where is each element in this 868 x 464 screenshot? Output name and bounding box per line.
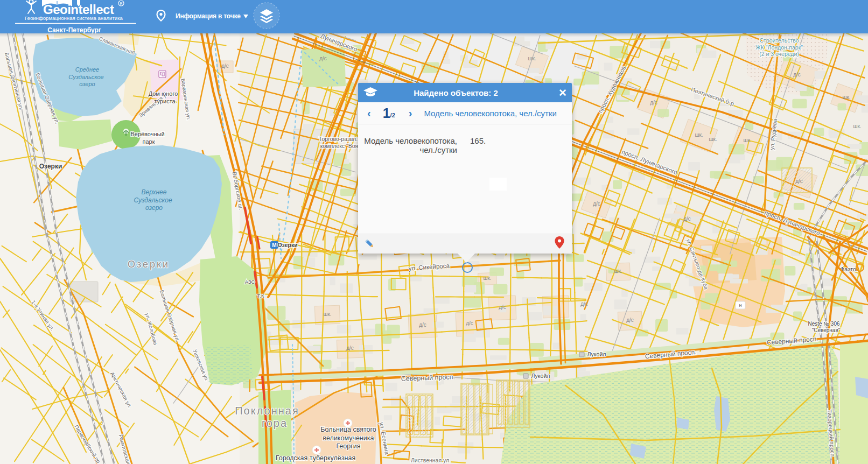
- svg-text:Озерки: Озерки: [39, 163, 62, 170]
- svg-text:Геоинформационная система анал: Геоинформационная система аналитика: [25, 15, 123, 21]
- svg-text:шк.: шк.: [709, 136, 717, 142]
- svg-text:шк.: шк.: [743, 137, 751, 143]
- svg-text:туриста: туриста: [154, 98, 176, 104]
- svg-text:шк.: шк.: [842, 94, 850, 100]
- svg-text:М: М: [272, 242, 276, 248]
- svg-text:Георгия: Георгия: [336, 442, 360, 450]
- svg-text:Озерки: Озерки: [128, 259, 170, 270]
- svg-text:озеро: озеро: [79, 81, 95, 87]
- svg-text:Поклонная: Поклонная: [235, 405, 299, 417]
- svg-text:великомученика: великомученика: [323, 434, 374, 442]
- svg-text:шк.: шк.: [853, 123, 861, 129]
- svg-text:Верхнее: Верхнее: [142, 188, 167, 196]
- svg-text:н: н: [739, 303, 742, 308]
- svg-text:д/с: д/с: [593, 201, 600, 207]
- svg-text:Суздальское: Суздальское: [68, 74, 103, 80]
- svg-text:Санкт-Петербург: Санкт-Петербург: [47, 26, 101, 34]
- svg-text:Neste № 306: Neste № 306: [808, 321, 840, 327]
- svg-text:Верёвочный: Верёвочный: [130, 131, 164, 137]
- svg-text:д/с: д/с: [419, 322, 426, 328]
- svg-text:д/с: д/с: [793, 72, 801, 78]
- svg-text:д/с: д/с: [683, 216, 691, 222]
- svg-text:д/с: д/с: [319, 55, 327, 61]
- svg-text:д/с: д/с: [221, 63, 229, 69]
- svg-text:д/с: д/с: [466, 320, 473, 326]
- svg-text:д/с: д/с: [795, 178, 803, 184]
- svg-text:д/с: д/с: [499, 304, 506, 310]
- svg-text:озеро: озеро: [145, 204, 163, 212]
- svg-text:шк.: шк.: [528, 55, 536, 61]
- svg-text:шк.: шк.: [614, 268, 622, 274]
- svg-text:АЗС: АЗС: [245, 279, 255, 285]
- svg-text:Дом юного: Дом юного: [149, 90, 178, 97]
- svg-text:Лиственная ул.: Лиственная ул.: [411, 457, 451, 463]
- svg-text:д/с: д/с: [626, 317, 634, 323]
- svg-text:шк.: шк.: [323, 311, 331, 317]
- svg-text:(2 и 3 очереди): (2 и 3 очереди): [759, 51, 799, 57]
- svg-text:Среднее: Среднее: [75, 66, 99, 73]
- svg-text:шк.: шк.: [483, 275, 491, 281]
- svg-text:Строительство: Строительство: [759, 37, 799, 44]
- svg-text:R: R: [120, 2, 122, 5]
- svg-text:Торгово-развл.: Торгово-развл.: [319, 136, 358, 142]
- svg-text:Озерки: Озерки: [277, 242, 297, 248]
- svg-text:Лукойл: Лукойл: [587, 351, 606, 357]
- svg-text:шк.: шк.: [695, 132, 703, 138]
- svg-text:Суздальское: Суздальское: [134, 196, 172, 204]
- svg-text:Лукойл: Лукойл: [531, 372, 550, 379]
- svg-text:ЖК "Лондон-парк": ЖК "Лондон-парк": [755, 44, 803, 51]
- svg-text:комплекс "Воя: комплекс "Воя: [320, 143, 359, 149]
- svg-text:Городская туберкулёзная: Городская туберкулёзная: [276, 454, 355, 462]
- svg-text:парк: парк: [142, 138, 155, 145]
- svg-text:д/с: д/с: [650, 100, 657, 106]
- svg-text:д/с: д/с: [346, 345, 354, 351]
- svg-text:Информация в точке: Информация в точке: [176, 12, 241, 20]
- svg-text:"Северная": "Северная": [812, 327, 841, 333]
- svg-text:Т.К: Т.К: [257, 293, 264, 299]
- svg-text:гора: гора: [262, 417, 288, 429]
- svg-text:д/с: д/с: [580, 301, 588, 307]
